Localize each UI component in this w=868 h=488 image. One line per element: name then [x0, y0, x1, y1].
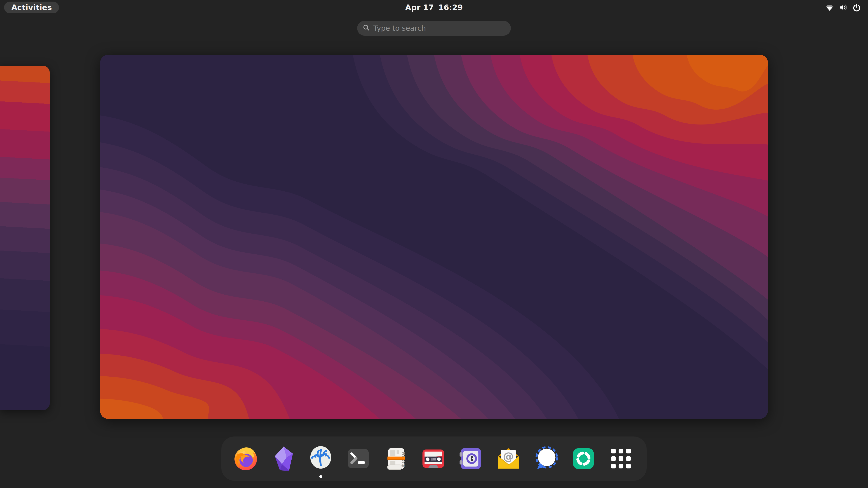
dock-app-element[interactable]: [567, 439, 599, 479]
clock-time: 16:29: [438, 3, 463, 12]
clock-button[interactable]: Apr 17 16:29: [405, 0, 463, 15]
email-icon: @: [495, 445, 522, 472]
wifi-icon: [825, 3, 834, 12]
obsidian-crystal-icon: [270, 445, 297, 472]
volume-icon: [839, 3, 848, 12]
dock-app-coral[interactable]: [305, 439, 337, 479]
clock-date: Apr 17: [405, 3, 434, 12]
system-status-area[interactable]: [822, 0, 864, 15]
element-icon: [570, 445, 597, 472]
wallpaper-image: [100, 55, 768, 419]
cassette-icon: [420, 445, 447, 472]
terminal-icon: [345, 445, 372, 472]
dock-app-obsidian[interactable]: [268, 439, 299, 479]
dock-app-firefox[interactable]: [230, 439, 261, 479]
coral-app-icon: [307, 445, 334, 472]
app-grid-icon: [608, 445, 634, 472]
signal-icon: [532, 445, 559, 472]
newspaper-icon: NEWS: [382, 445, 409, 472]
firefox-icon: [232, 445, 259, 472]
dock: NEWS: [221, 436, 647, 481]
search-input[interactable]: Type to search: [357, 21, 511, 36]
svg-text:@: @: [503, 450, 514, 463]
running-indicator: [319, 475, 322, 478]
dock-app-cassette[interactable]: [417, 439, 449, 479]
dock-app-password-safe[interactable]: [455, 439, 487, 479]
power-icon: [852, 3, 861, 12]
top-bar: Activities Apr 17 16:29: [0, 0, 868, 15]
dock-app-terminal[interactable]: [342, 439, 374, 479]
dock-app-list: NEWS: [230, 436, 638, 481]
dock-app-email[interactable]: @: [493, 439, 524, 479]
search-icon: [363, 24, 370, 33]
workspace-preview-current[interactable]: [100, 55, 768, 419]
dock-app-signal[interactable]: [530, 439, 562, 479]
workspace-preview-adjacent[interactable]: [0, 66, 50, 410]
safe-icon: [458, 445, 484, 472]
activities-button[interactable]: Activities: [4, 2, 59, 13]
dock-app-news[interactable]: NEWS: [380, 439, 412, 479]
activities-label: Activities: [11, 3, 52, 12]
search-placeholder: Type to search: [373, 24, 426, 33]
app-grid-button[interactable]: [605, 439, 637, 479]
